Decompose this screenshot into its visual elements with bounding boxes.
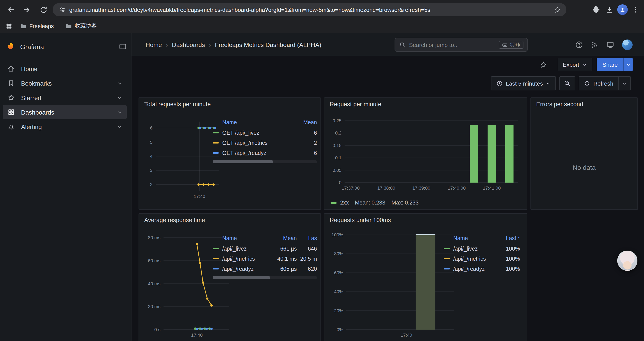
legend-header-last[interactable]: Las <box>297 235 317 241</box>
legend-row: /api/_/readyz 605 µs 620 <box>212 264 317 274</box>
site-info-icon[interactable] <box>59 6 66 13</box>
panel-title[interactable]: Requests under 100ms <box>330 217 391 223</box>
news-button[interactable] <box>591 41 598 49</box>
panel-title[interactable]: Total requests per minute <box>144 101 211 108</box>
apps-grid-icon[interactable] <box>5 22 13 30</box>
chevron-down-icon <box>582 62 587 67</box>
legend-scrollbar[interactable] <box>212 160 317 163</box>
legend-table: Name Mean Las /api/_livez 661 µs 646 <box>212 233 317 279</box>
share-button[interactable]: Share <box>597 58 624 71</box>
series-name[interactable]: GET /api/_livez <box>222 130 300 136</box>
legend: 2xx Mean: 0.233 Max: 0.233 <box>330 200 419 206</box>
bookmarks-bar: Freeleaps 收藏博客 <box>0 19 644 33</box>
help-button[interactable] <box>575 41 583 49</box>
profile-button[interactable] <box>616 3 629 16</box>
question-circle-icon <box>575 41 583 49</box>
bookmark-folder-blogs[interactable]: 收藏博客 <box>65 22 97 30</box>
panel-title[interactable]: Request per minute <box>330 101 382 108</box>
legend-scrollbar[interactable] <box>212 276 317 279</box>
svg-text:17:40: 17:40 <box>401 332 412 337</box>
zoom-out-button[interactable] <box>560 76 576 90</box>
export-button[interactable]: Export <box>558 58 592 71</box>
legend-header-name[interactable]: Name <box>222 119 300 126</box>
downloads-button[interactable] <box>603 3 616 16</box>
chevron-down-icon[interactable] <box>117 95 122 100</box>
sidebar-item-home[interactable]: Home <box>3 62 127 76</box>
search-input[interactable]: Search or jump to... ⌘+k <box>394 38 528 52</box>
svg-text:0%: 0% <box>337 327 343 332</box>
reload-button[interactable] <box>37 3 50 16</box>
legend-table: Name Last * /api/_livez 100% /api/_/metr… <box>444 233 520 274</box>
user-avatar[interactable] <box>622 40 632 50</box>
series-dash-icon <box>212 132 219 133</box>
chevron-down-icon <box>546 81 551 86</box>
series-name[interactable]: /api/_/readyz <box>222 266 271 272</box>
zoom-out-icon <box>564 80 571 87</box>
refresh-button[interactable]: Refresh <box>579 76 618 90</box>
time-range-picker[interactable]: Last 5 minutes <box>491 76 556 90</box>
search-icon <box>400 42 406 48</box>
svg-text:60%: 60% <box>334 270 343 275</box>
bookmark-folder-freeleaps[interactable]: Freeleaps <box>20 23 54 30</box>
url-text[interactable]: grafana.mathmast.com/d/deytv4rwavabkb/fr… <box>69 6 554 13</box>
series-name[interactable]: /api/_livez <box>453 245 497 252</box>
series-name[interactable]: /api/_/metrics <box>222 256 271 262</box>
kiosk-mode-button[interactable] <box>606 41 614 49</box>
bookmark-label: 收藏博客 <box>75 22 97 30</box>
chevron-down-icon[interactable] <box>117 81 122 86</box>
panel-request-per-minute: Request per minute 0.250.20.150.10.05017… <box>324 97 528 210</box>
sidebar-item-label: Starred <box>21 94 117 101</box>
series-dash-icon <box>212 152 219 154</box>
sidebar-item-dashboards[interactable]: Dashboards <box>3 105 127 119</box>
series-name[interactable]: /api/_/readyz <box>453 266 497 272</box>
favorite-star-button[interactable] <box>540 61 547 68</box>
svg-text:5: 5 <box>150 140 152 145</box>
svg-text:0.15: 0.15 <box>332 143 342 148</box>
bookmark-star-icon[interactable] <box>554 6 561 14</box>
share-menu-button[interactable] <box>624 58 632 71</box>
home-icon <box>7 65 15 73</box>
series-name[interactable]: GET /api/_/metrics <box>222 140 300 146</box>
series-name[interactable]: 2xx <box>340 200 349 206</box>
refresh-split-button: Refresh <box>579 76 631 90</box>
series-name[interactable]: /api/_/metrics <box>453 256 497 262</box>
refresh-interval-button[interactable] <box>618 76 631 90</box>
scrollbar-thumb[interactable] <box>212 276 270 279</box>
panel-title[interactable]: Average response time <box>144 217 205 223</box>
series-name[interactable]: GET /api/_/readyz <box>222 150 300 156</box>
browser-menu-button[interactable] <box>629 3 642 16</box>
kebab-menu-icon <box>632 6 640 14</box>
forward-icon <box>22 5 31 14</box>
bookmark-icon <box>7 79 15 87</box>
breadcrumb-home[interactable]: Home <box>146 41 162 48</box>
series-name[interactable]: /api/_livez <box>222 245 271 252</box>
series-dash-icon <box>444 248 450 249</box>
legend-header-name[interactable]: Name <box>222 235 271 241</box>
extensions-button[interactable] <box>590 3 603 16</box>
series-mean: 6 <box>300 150 317 156</box>
legend-header-mean[interactable]: Mean <box>271 235 297 241</box>
sidebar-item-bookmarks[interactable]: Bookmarks <box>3 76 127 90</box>
legend-header-mean[interactable]: Mean <box>300 119 317 126</box>
panel-requests-under-100ms: Requests under 100ms 100%80%60%40%20%0%1… <box>324 213 528 341</box>
chevron-down-icon[interactable] <box>117 110 122 115</box>
series-dash-icon <box>212 248 219 249</box>
assistant-avatar[interactable] <box>617 251 638 271</box>
chevron-down-icon[interactable] <box>117 124 122 129</box>
dock-menu-button[interactable] <box>119 43 127 51</box>
sidebar-item-starred[interactable]: Starred <box>3 90 127 105</box>
legend-header-last[interactable]: Last * <box>497 235 520 241</box>
sidebar-item-alerting[interactable]: Alerting <box>3 119 127 134</box>
scrollbar-thumb[interactable] <box>212 160 273 163</box>
series-mean: 605 µs <box>271 266 297 272</box>
panel-title[interactable]: Errors per second <box>536 101 583 108</box>
no-data-message: No data <box>531 164 638 171</box>
forward-button[interactable] <box>20 3 33 16</box>
back-button[interactable] <box>4 3 18 16</box>
url-bar[interactable]: grafana.mathmast.com/d/deytv4rwavabkb/fr… <box>52 3 566 16</box>
legend-header-name[interactable]: Name <box>453 235 497 241</box>
legend-row: GET /api/_/metrics 2 <box>212 138 317 148</box>
breadcrumb-dashboards[interactable]: Dashboards <box>172 41 205 48</box>
refresh-icon <box>584 80 590 87</box>
legend-header-row: Name Last * <box>444 233 520 244</box>
